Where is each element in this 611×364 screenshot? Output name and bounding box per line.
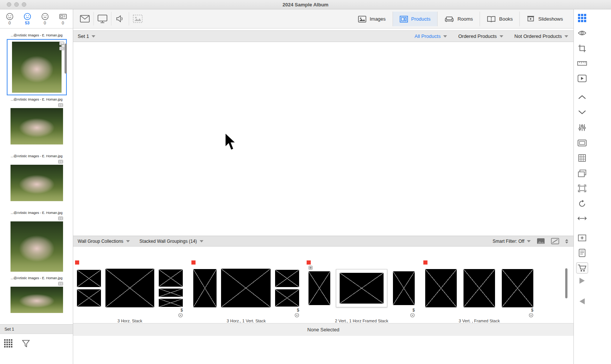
tab-rooms[interactable]: Rooms [437, 12, 480, 26]
red-tag-marker [191, 260, 196, 265]
products-scrollbar[interactable] [565, 268, 567, 298]
grouping-dropdown-label: Stacked Wall Groupings (14) [140, 239, 197, 244]
maybe-count: 53 [25, 21, 29, 25]
yes-face-filter[interactable]: 0 [6, 13, 14, 25]
audio-button[interactable] [111, 12, 129, 26]
chevron-down-button[interactable] [576, 107, 588, 118]
thumbnail-item[interactable]: ...@Artistic Images - E. Homan.jpg [0, 276, 73, 313]
resize-horizontal-button[interactable] [576, 213, 588, 224]
wall-groups-strip: $ 3 Horz. Stack $ 3 Horz., 1 Vert. Stack… [73, 247, 573, 323]
back-button[interactable] [576, 296, 588, 307]
chevron-down-icon [527, 240, 531, 242]
grouping-dropdown[interactable]: Stacked Wall Groupings (14) [140, 239, 203, 244]
wall-group-product[interactable]: $ 3 Horz., 1 Vert. Stack [193, 269, 299, 307]
preview-eye-button[interactable] [576, 27, 588, 39]
collection-dropdown[interactable]: Wall Group Collections [78, 239, 130, 244]
product-label: 2 Vert., 1 Horz Framed Stack [309, 319, 415, 323]
status-badge-icon [410, 313, 415, 317]
set-bar: Set 1 [0, 324, 73, 334]
sofa-icon [444, 16, 454, 22]
frame-box [393, 271, 415, 305]
frame-box [464, 269, 495, 307]
cart-button[interactable] [576, 262, 588, 274]
grid-view-toggle-icon[interactable] [4, 339, 14, 349]
smart-filter-dropdown[interactable]: Smart Filter: Off [493, 239, 531, 244]
set-dropdown[interactable]: Set 1 [78, 33, 95, 39]
book-icon [487, 16, 496, 23]
image-placeholder-button[interactable] [129, 12, 146, 26]
chevron-down-icon [500, 35, 503, 38]
add-frame-button[interactable] [576, 232, 588, 244]
collection-image-icon[interactable] [537, 238, 545, 244]
thumbnail-item[interactable]: ...@Artistic Images - E. Homan.jpg [0, 98, 73, 144]
frame-box [77, 289, 101, 307]
email-button[interactable] [76, 12, 93, 26]
tab-slideshows[interactable]: Slideshows [519, 12, 570, 26]
no-face-filter[interactable]: 0 [41, 13, 49, 25]
wall-group-product[interactable]: $ 3 Vert. , Framed Stack [425, 269, 533, 307]
crop-button[interactable] [576, 43, 588, 54]
wall-group-product[interactable]: $ 2 Vert., 1 Horz Framed Stack [309, 269, 415, 307]
thumbnail-item[interactable]: ...@Artistic Images - E. Homan.jpg [0, 211, 73, 272]
image-badge-icon [59, 42, 64, 45]
duplicate-button[interactable] [576, 168, 588, 179]
frame-layout [309, 269, 415, 307]
filter-funnel-icon[interactable] [22, 340, 30, 348]
all-products-dropdown[interactable]: All Products [415, 33, 447, 39]
thumbnail-item[interactable]: ...@Artistic Images - E. Homan.jpg [0, 154, 73, 201]
frame-box [159, 299, 183, 307]
grid-small-button[interactable] [576, 152, 588, 164]
frame-box [309, 271, 330, 305]
book-badge-icon [58, 103, 63, 107]
notes-button[interactable] [576, 247, 588, 259]
selected-thumbnail-cell[interactable] [7, 39, 67, 95]
ordered-products-dropdown[interactable]: Ordered Products [458, 33, 503, 39]
sort-stepper[interactable] [565, 239, 568, 244]
chevron-down-icon [200, 240, 203, 242]
sort-up-icon [565, 239, 568, 241]
play-forward-button[interactable] [576, 275, 588, 286]
product-filter-bar: Set 1 All Products Ordered Products Not … [73, 30, 573, 42]
mouse-cursor [224, 132, 238, 152]
products-icon [400, 16, 408, 23]
maybe-face-filter[interactable]: 53 [24, 13, 31, 25]
tab-books[interactable]: Books [480, 12, 519, 26]
yes-count: 0 [8, 21, 11, 25]
ruler-button[interactable] [576, 58, 588, 69]
neutral-face-icon [24, 13, 31, 20]
frame-column [159, 269, 183, 307]
minimize-button[interactable] [14, 2, 19, 7]
play-preview-button[interactable] [576, 73, 588, 84]
rotate-button[interactable] [576, 198, 588, 209]
tab-products[interactable]: Products [393, 12, 437, 26]
zoom-button[interactable] [22, 2, 26, 7]
thumbnail-filename: ...@Artistic Images - E. Homan.jpg [11, 276, 62, 280]
chevron-down-icon [92, 35, 95, 38]
adjustments-button[interactable] [576, 122, 588, 133]
red-tag-marker [75, 260, 79, 265]
display-button[interactable] [93, 12, 111, 26]
price-indicator: $ [531, 308, 533, 312]
grid-view-button[interactable] [576, 12, 588, 24]
thumbnail-badges [11, 282, 63, 286]
tab-images[interactable]: Images [351, 12, 393, 26]
thumbnail-filename: ...@Artistic Images - E. Homan.jpg [11, 211, 62, 215]
wall-group-product[interactable]: $ 3 Horz. Stack [77, 269, 183, 307]
frame-corners-button[interactable] [576, 183, 588, 194]
mat-button[interactable] [576, 137, 588, 149]
edit-image-icon[interactable] [551, 238, 559, 244]
set-dropdown-label: Set 1 [78, 33, 89, 39]
status-badge-icon [178, 313, 183, 317]
price-indicator: $ [412, 308, 415, 312]
thumbnail-scrollbar[interactable] [65, 44, 67, 74]
thumbnail-item-selected[interactable]: ...@Artistic Images - E. Homan.jpg [0, 33, 73, 95]
thumbnail-badges [11, 103, 63, 107]
frame-box [159, 269, 183, 287]
happy-face-icon [6, 13, 14, 20]
not-ordered-products-dropdown[interactable]: Not Ordered Products [515, 33, 568, 39]
frame-box [425, 269, 457, 307]
orders-filter[interactable]: 0 [59, 13, 67, 25]
chevron-up-button[interactable] [576, 92, 588, 103]
close-button[interactable] [7, 2, 11, 7]
frame-box [221, 269, 271, 307]
